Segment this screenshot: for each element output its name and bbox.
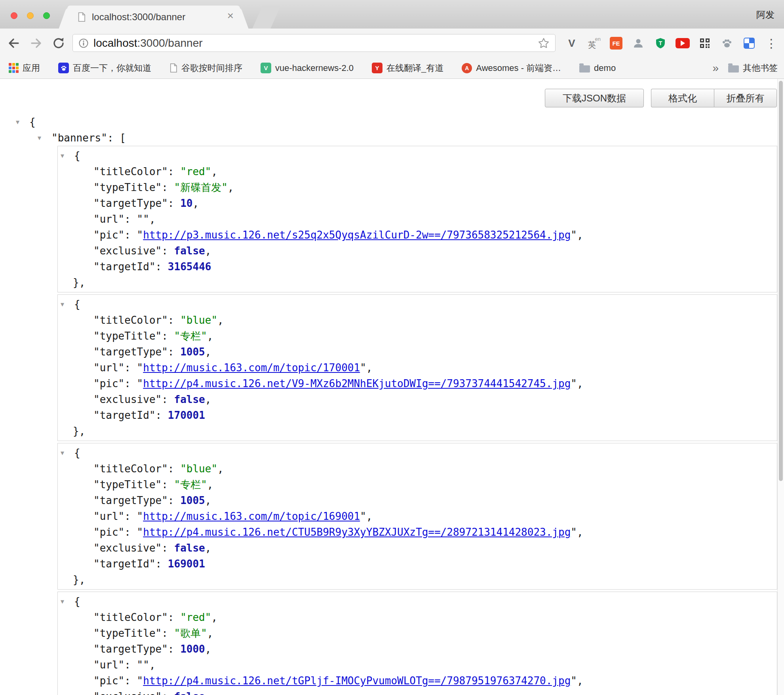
minimize-window-button[interactable] [27, 12, 34, 19]
browser-menu-icon[interactable]: ⋮ [763, 35, 779, 51]
json-key: "targetId" [93, 558, 156, 570]
collapse-toggle-icon[interactable]: ▼ [16, 114, 19, 130]
forward-button[interactable] [28, 35, 44, 52]
back-button[interactable] [6, 35, 22, 52]
json-line: "targetType": 10, [58, 195, 777, 211]
translate-extension-icon[interactable]: en英 [586, 35, 602, 51]
json-value: "" [137, 659, 149, 671]
bookmark-item-youdao[interactable]: Y 在线翻译_有道 [372, 62, 443, 74]
json-line: "typeTitle": "专栏", [58, 328, 777, 344]
json-key: "typeTitle" [93, 330, 162, 342]
youtube-extension-icon[interactable] [675, 35, 691, 51]
url-path: :3000/banner [137, 37, 203, 49]
fe-extension-icon[interactable]: FE [608, 35, 624, 51]
scrollbar-track[interactable] [777, 79, 784, 695]
json-value: "blue" [180, 463, 217, 475]
address-bar[interactable]: localhost:3000/banner [72, 34, 556, 52]
json-key: "pic" [93, 526, 124, 538]
collapse-toggle-icon[interactable]: ▼ [61, 594, 64, 609]
json-key: "exclusive" [93, 691, 162, 695]
json-link[interactable]: http://p4.music.126.net/CTU5B9R9y3XyYBZX… [143, 526, 571, 538]
profile-name[interactable]: 阿发 [756, 9, 774, 21]
json-link[interactable]: http://p4.music.126.net/tGPljf-IMOCyPvum… [143, 675, 571, 687]
json-key: "targetType" [93, 643, 168, 655]
tab-favicon-page-icon [78, 12, 86, 24]
bookmark-item-baidu[interactable]: 百度一下，你就知道 [58, 62, 151, 74]
json-key: "exclusive" [93, 542, 162, 554]
reload-icon [60, 38, 64, 42]
collapse-toggle-icon[interactable]: ▼ [38, 130, 41, 146]
bookmarks-overflow-chevron-icon[interactable]: » [712, 63, 719, 74]
qr-code-extension-icon[interactable] [697, 35, 713, 51]
scrollbar-thumb[interactable] [779, 81, 783, 481]
json-line: "targetId": 3165446 [58, 259, 777, 275]
json-line: "targetId": 170001 [58, 407, 777, 423]
json-value: 10 [180, 197, 192, 209]
json-value: "新碟首发" [174, 181, 228, 193]
json-key: "typeTitle" [93, 479, 162, 491]
collapse-toggle-icon[interactable]: ▼ [61, 148, 64, 164]
json-line: }, [58, 572, 777, 588]
json-object-box: ▼{"titleColor": "blue","typeTitle": "专栏"… [57, 294, 777, 441]
json-value: 1000 [180, 643, 205, 655]
bookmark-item-awesomes[interactable]: A Awesomes - 前端资… [462, 62, 561, 74]
bookmark-item-google-sort[interactable]: 谷歌按时间排序 [169, 62, 242, 74]
apps-grid-icon [9, 63, 19, 73]
json-key: "pic" [93, 229, 124, 241]
json-line: ▼{ [58, 148, 777, 164]
bookmark-item-demo[interactable]: demo [579, 63, 616, 73]
json-viewer: ▼{ ▼"banners": [ ▼{"titleColor": "red","… [0, 114, 777, 695]
format-button[interactable]: 格式化 [651, 89, 714, 107]
json-punct: { [29, 116, 36, 128]
json-key: "targetType" [93, 346, 168, 358]
json-key: "exclusive" [93, 393, 162, 405]
shield-extension-icon[interactable]: T [653, 35, 668, 51]
bookmark-star-icon[interactable] [538, 37, 550, 49]
fullscreen-window-button[interactable] [43, 12, 50, 19]
tab-close-icon[interactable]: × [227, 10, 234, 21]
window-controls [11, 12, 50, 19]
json-line: "targetType": 1000, [58, 641, 777, 657]
json-value: false [174, 691, 205, 695]
collapse-toggle-icon[interactable]: ▼ [61, 445, 64, 461]
tab-bar: localhost:3000/banner × 阿发 [0, 0, 784, 29]
reload-button[interactable] [50, 35, 67, 52]
bookmark-item-vue-hackernews[interactable]: V vue-hackernews-2.0 [261, 63, 354, 73]
url-text: localhost:3000/banner [93, 37, 203, 50]
page-icon [169, 63, 177, 73]
json-value: "歌单" [174, 627, 207, 639]
json-value: 169001 [168, 558, 205, 570]
json-link[interactable]: http://p3.music.126.net/s25q2x5QyqsAzilC… [143, 229, 571, 241]
bookmark-item-apps[interactable]: 应用 [9, 62, 40, 74]
vimium-extension-icon[interactable]: V [564, 35, 580, 51]
download-json-button[interactable]: 下载JSON数据 [545, 89, 644, 107]
json-key: "pic" [93, 378, 124, 390]
paw-extension-icon[interactable] [719, 35, 735, 51]
collapse-toggle-icon[interactable]: ▼ [61, 296, 64, 312]
close-window-button[interactable] [11, 12, 17, 19]
json-value: 3165446 [168, 261, 211, 273]
json-key: "banners" [51, 132, 107, 144]
json-key: "targetId" [93, 261, 156, 273]
json-key: "typeTitle" [93, 181, 162, 193]
proxy-extension-icon[interactable] [741, 35, 757, 51]
json-line: "typeTitle": "专栏", [58, 477, 777, 493]
site-info-icon[interactable] [78, 38, 89, 48]
json-link[interactable]: http://music.163.com/m/topic/170001 [143, 362, 360, 374]
back-icon [10, 39, 18, 47]
json-banners-line: ▼"banners": [ [0, 130, 777, 146]
person-extension-icon[interactable] [630, 35, 646, 51]
json-line: ▼{ [58, 594, 777, 609]
collapse-all-button[interactable]: 折叠所有 [714, 89, 777, 107]
json-key: "url" [93, 213, 124, 225]
browser-tab[interactable]: localhost:3000/banner × [67, 6, 240, 29]
json-link[interactable]: http://p4.music.126.net/V9-MXz6b2MNhEKju… [143, 378, 571, 390]
baidu-paw-icon [58, 63, 69, 73]
json-object-box: ▼{"titleColor": "red","typeTitle": "新碟首发… [57, 146, 777, 292]
json-value: "" [137, 213, 149, 225]
new-tab-button[interactable] [252, 6, 280, 29]
extensions-row: V en英 FE T ⋮ [564, 34, 779, 52]
json-line: "exclusive": false [58, 689, 777, 695]
json-link[interactable]: http://music.163.com/m/topic/169001 [143, 510, 360, 522]
other-bookmarks-folder[interactable]: 其他书签 [728, 62, 778, 74]
